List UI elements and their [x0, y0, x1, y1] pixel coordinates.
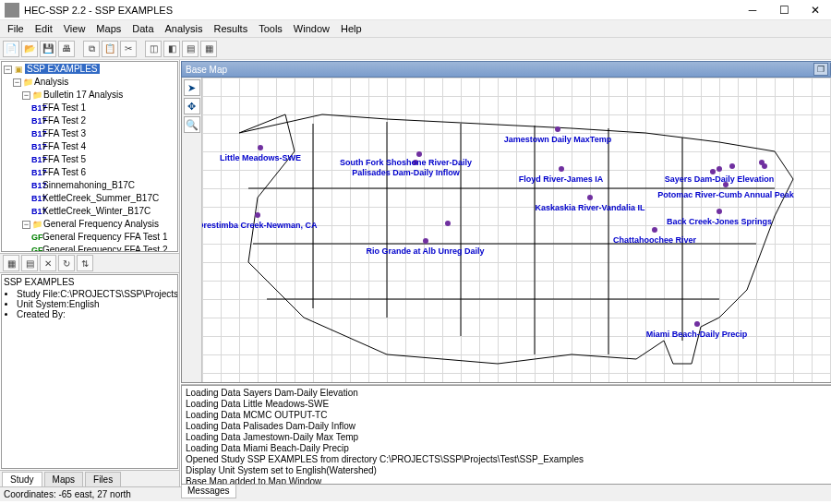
map-label: South Fork Shoshone River-Daily [340, 158, 472, 167]
log-tabs: Messages [181, 485, 831, 498]
tree-node[interactable]: B17FFA Test 3 [4, 127, 175, 140]
map-marker[interactable] [587, 195, 593, 200]
map-label: Potomac River-Cumb Annual Peak [657, 190, 794, 199]
toolbar-map4-icon[interactable]: ▦ [200, 41, 217, 57]
tree-tb1-icon[interactable]: ▦ [3, 255, 19, 271]
window-title: HEC-SSP 2.2 - SSP EXAMPLES [24, 5, 737, 16]
tree-tb5-icon[interactable]: ⇅ [77, 255, 93, 271]
tree-node[interactable]: −▣SSP EXAMPLES [4, 63, 175, 76]
menu-results[interactable]: Results [208, 21, 253, 36]
zoom-tool-icon[interactable]: 🔍 [184, 116, 200, 133]
menubar: FileEditViewMapsDataAnalysisResultsTools… [0, 20, 831, 38]
map-label: Rio Grande at Alb Unreg Daily [366, 246, 484, 256]
analysis-tree[interactable]: −▣SSP EXAMPLES−📁Analysis−📁Bulletin 17 An… [1, 61, 178, 252]
map-titlebar: Base Map ❐ ✕ [181, 61, 831, 78]
toolbar-save-icon[interactable]: 💾 [40, 41, 56, 57]
toolbar-map3-icon[interactable]: ▤ [182, 41, 199, 57]
log-line: Loading Data Little Meadows-SWE [186, 399, 831, 410]
study-info-panel: SSP EXAMPLES Study File:C:\PROJECTS\SSP\… [1, 274, 178, 469]
tree-node[interactable]: −📁General Frequency Analysis [4, 218, 175, 231]
tree-node[interactable]: GFGeneral Frequency FFA Test 1 [4, 231, 175, 244]
left-tab-study[interactable]: Study [2, 472, 42, 486]
tree-node[interactable]: B17FFA Test 5 [4, 153, 175, 166]
tree-node[interactable]: B17KettleCreek_Summer_B17C [4, 192, 175, 205]
log-line: Display Unit System set to English(Water… [186, 465, 831, 476]
map-marker[interactable] [423, 238, 428, 244]
menu-edit[interactable]: Edit [30, 21, 58, 36]
close-button[interactable]: ✕ [800, 1, 831, 19]
log-output[interactable]: Loading Data Sayers Dam-Daily ElevationL… [181, 385, 831, 485]
toolbar-map2-icon[interactable]: ◧ [163, 41, 180, 57]
study-info-item: Unit System:English [17, 299, 175, 309]
map-marker[interactable] [555, 126, 560, 132]
map-marker[interactable] [416, 151, 422, 157]
menu-view[interactable]: View [58, 21, 91, 36]
pointer-tool-icon[interactable]: ➤ [184, 79, 200, 96]
window-titlebar: HEC-SSP 2.2 - SSP EXAMPLES ─ ☐ ✕ [0, 0, 831, 20]
toolbar-paste-icon[interactable]: 📋 [102, 41, 118, 57]
map-label: Floyd River-James IA [519, 174, 604, 184]
map-label: Little Meadows-SWE [220, 153, 301, 162]
left-tab-maps[interactable]: Maps [44, 472, 83, 486]
map-marker[interactable] [729, 163, 735, 169]
map-restore-icon[interactable]: ❐ [813, 63, 828, 76]
tree-node[interactable]: GFGeneral Frequency FFA Test 2 [4, 244, 175, 252]
menu-data[interactable]: Data [126, 21, 159, 36]
map-marker[interactable] [255, 212, 260, 218]
toolbar-open-icon[interactable]: 📂 [21, 41, 38, 57]
tree-node[interactable]: −📁Bulletin 17 Analysis [4, 89, 175, 102]
menu-window[interactable]: Window [288, 21, 335, 36]
map-marker[interactable] [559, 166, 564, 172]
menu-maps[interactable]: Maps [90, 21, 126, 36]
map-marker[interactable] [717, 166, 722, 172]
tree-tb2-icon[interactable]: ▤ [21, 255, 38, 271]
log-line: Opened Study SSP EXAMPLES from directory… [186, 454, 831, 465]
map-canvas-scroll[interactable]: Little Meadows-SWEOrestimba Creek-Newman… [202, 78, 831, 382]
left-tabs: StudyMapsFiles [0, 470, 179, 486]
tree-node[interactable]: B17FFA Test 6 [4, 166, 175, 179]
tree-toolbar: ▦ ▤ ✕ ↻ ⇅ [0, 253, 179, 273]
left-panel: −▣SSP EXAMPLES−📁Analysis−📁Bulletin 17 An… [0, 60, 180, 486]
menu-file[interactable]: File [2, 21, 30, 36]
menu-tools[interactable]: Tools [253, 21, 288, 36]
tree-tb3-icon[interactable]: ✕ [40, 255, 56, 271]
map-label: Chattahoochee River [613, 235, 696, 245]
menu-help[interactable]: Help [335, 21, 367, 36]
tree-node[interactable]: B17FFA Test 1 [4, 102, 175, 114]
map-label: Back Creek-Jones Springs [667, 217, 772, 226]
minimize-button[interactable]: ─ [737, 1, 768, 19]
tree-node[interactable]: B17FFA Test 2 [4, 114, 175, 127]
maximize-button[interactable]: ☐ [768, 1, 800, 19]
map-marker[interactable] [717, 209, 722, 214]
right-panel: Base Map ❐ ✕ ➤ ✥ 🔍 [180, 60, 831, 486]
tree-node[interactable]: B17Sinnemahoning_B17C [4, 179, 175, 192]
left-tab-files[interactable]: Files [85, 472, 121, 486]
app-icon [5, 3, 19, 18]
menu-analysis[interactable]: Analysis [160, 21, 209, 36]
tree-node[interactable]: −📁Analysis [4, 76, 175, 89]
map-marker[interactable] [762, 163, 767, 169]
toolbar-print-icon[interactable]: 🖶 [58, 41, 75, 57]
map-label: Orestimba Creek-Newman, CA [202, 221, 318, 230]
toolbar-copy-icon[interactable]: ⧉ [83, 41, 100, 57]
toolbar-new-icon[interactable]: 📄 [3, 41, 19, 57]
map-marker[interactable] [652, 227, 657, 233]
map-marker[interactable] [258, 145, 263, 150]
study-info-item: Created By: [17, 309, 175, 319]
map-canvas[interactable]: Little Meadows-SWEOrestimba Creek-Newman… [202, 78, 831, 382]
map-label: Palisades Dam-Daily Inflow [352, 168, 460, 177]
log-panel: Loading Data Sayers Dam-Daily ElevationL… [181, 384, 831, 498]
map-marker[interactable] [694, 321, 700, 327]
main-toolbar: 📄 📂 💾 🖶 ⧉ 📋 ✂ ◫ ◧ ▤ ▦ [0, 38, 831, 60]
map-marker[interactable] [445, 221, 451, 226]
toolbar-map1-icon[interactable]: ◫ [145, 41, 162, 57]
log-line: Loading Data MCMC OUTPUT-TC [186, 410, 831, 421]
log-tab-messages[interactable]: Messages [181, 485, 236, 498]
tree-tb4-icon[interactable]: ↻ [58, 255, 75, 271]
pan-tool-icon[interactable]: ✥ [184, 98, 200, 114]
map-panel: Base Map ❐ ✕ ➤ ✥ 🔍 [181, 61, 831, 383]
tree-node[interactable]: B17KettleCreek_Winter_B17C [4, 205, 175, 218]
tree-node[interactable]: B17FFA Test 4 [4, 140, 175, 153]
toolbar-cut-icon[interactable]: ✂ [120, 41, 137, 57]
map-label: Jamestown Daily MaxTemp [504, 135, 611, 144]
